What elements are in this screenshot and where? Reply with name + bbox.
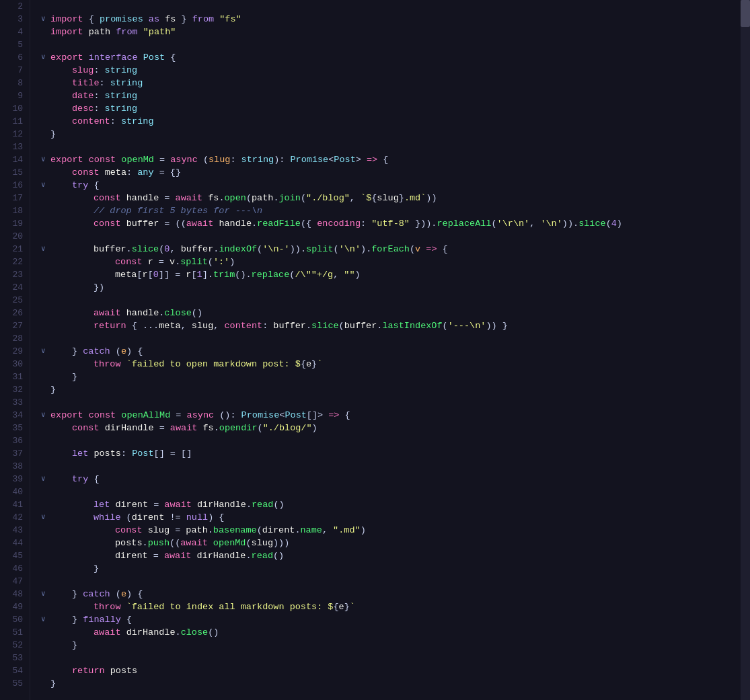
code-line-2	[41, 0, 750, 13]
code-line-33	[41, 396, 750, 409]
code-line-14: ∨ export const openMd = async (slug: str…	[41, 153, 750, 166]
code-line-20	[41, 230, 750, 243]
code-line-34: ∨ export const openAllMd = async (): Pro…	[41, 409, 750, 422]
scrollbar-thumb[interactable]	[741, 0, 750, 27]
code-line-3: ∨ import { promises as fs } from "fs"	[41, 13, 750, 26]
code-line-41: let dirent = await dirHandle.read()	[41, 498, 750, 511]
code-line-27: return { ...meta, slug, content: buffer.…	[41, 319, 750, 332]
fold-arrow-21[interactable]: ∨	[41, 243, 50, 256]
code-line-4: import path from "path"	[41, 26, 750, 38]
code-line-15: const meta: any = {}	[41, 166, 750, 179]
code-line-28	[41, 332, 750, 345]
code-line-11: content: string	[41, 115, 750, 128]
code-line-43: const slug = path.basename(dirent.name, …	[41, 524, 750, 537]
code-line-49: throw `failed to index all markdown post…	[41, 600, 750, 613]
code-editor: 2 3 4 5 6 7 8 9 10 11 12 13 14 15 16 17 …	[0, 0, 750, 700]
code-line-48: ∨ } catch (e) {	[41, 588, 750, 600]
fold-arrow-50[interactable]: ∨	[41, 613, 50, 626]
code-content: 2 3 4 5 6 7 8 9 10 11 12 13 14 15 16 17 …	[0, 0, 750, 700]
code-line-30: throw `failed to open markdown post: ${e…	[41, 358, 750, 371]
code-line-37: let posts: Post[] = []	[41, 447, 750, 460]
code-line-26: await handle.close()	[41, 307, 750, 319]
code-line-12: }	[41, 128, 750, 141]
code-line-50: ∨ } finally {	[41, 613, 750, 626]
fold-arrow-3[interactable]: ∨	[41, 13, 50, 26]
code-line-51: await dirHandle.close()	[41, 626, 750, 639]
code-line-9: date: string	[41, 89, 750, 102]
code-line-39: ∨ try {	[41, 473, 750, 485]
code-line-35: const dirHandle = await fs.opendir("./bl…	[41, 422, 750, 434]
code-line-21: ∨ buffer.slice(0, buffer.indexOf('\n-'))…	[41, 243, 750, 256]
code-line-53	[41, 652, 750, 664]
fold-arrow-16[interactable]: ∨	[41, 179, 50, 192]
code-line-44: posts.push((await openMd(slug)))	[41, 537, 750, 549]
code-lines: ∨ import { promises as fs } from "fs" im…	[30, 0, 750, 700]
fold-arrow-14[interactable]: ∨	[41, 153, 50, 166]
code-line-32: }	[41, 383, 750, 396]
code-line-45: dirent = await dirHandle.read()	[41, 549, 750, 562]
code-line-55: }	[41, 677, 750, 690]
code-line-24: })	[41, 281, 750, 294]
scrollbar-track[interactable]	[741, 0, 750, 700]
code-line-13	[41, 141, 750, 153]
code-line-42: ∨ while (dirent != null) {	[41, 511, 750, 524]
code-line-23: meta[r[0]] = r[1].trim().replace(/\""+/g…	[41, 268, 750, 281]
fold-arrow-34[interactable]: ∨	[41, 409, 50, 422]
code-line-19: const buffer = ((await handle.readFile({…	[41, 217, 750, 230]
code-line-6: ∨ export interface Post {	[41, 51, 750, 64]
code-line-7: slug: string	[41, 64, 750, 77]
code-line-17: const handle = await fs.open(path.join("…	[41, 192, 750, 204]
code-line-52: }	[41, 639, 750, 652]
code-line-54: return posts	[41, 664, 750, 677]
fold-arrow-42[interactable]: ∨	[41, 511, 50, 524]
code-line-8: title: string	[41, 77, 750, 89]
code-line-10: desc: string	[41, 102, 750, 115]
code-line-36	[41, 434, 750, 447]
code-line-5	[41, 38, 750, 51]
fold-arrow-39[interactable]: ∨	[41, 473, 50, 485]
code-line-40	[41, 485, 750, 498]
code-line-25	[41, 294, 750, 307]
code-line-38	[41, 460, 750, 473]
code-line-22: const r = v.split(':')	[41, 256, 750, 268]
code-line-31: }	[41, 371, 750, 383]
fold-arrow-48[interactable]: ∨	[41, 588, 50, 600]
code-line-47	[41, 575, 750, 588]
fold-arrow-6[interactable]: ∨	[41, 51, 50, 64]
fold-arrow-29[interactable]: ∨	[41, 345, 50, 358]
code-line-46: }	[41, 562, 750, 575]
fold-arrow-4	[41, 26, 50, 38]
code-line-29: ∨ } catch (e) {	[41, 345, 750, 358]
code-line-18: // drop first 5 bytes for ---\n	[41, 204, 750, 217]
code-line-16: ∨ try {	[41, 179, 750, 192]
line-numbers: 2 3 4 5 6 7 8 9 10 11 12 13 14 15 16 17 …	[0, 0, 30, 700]
